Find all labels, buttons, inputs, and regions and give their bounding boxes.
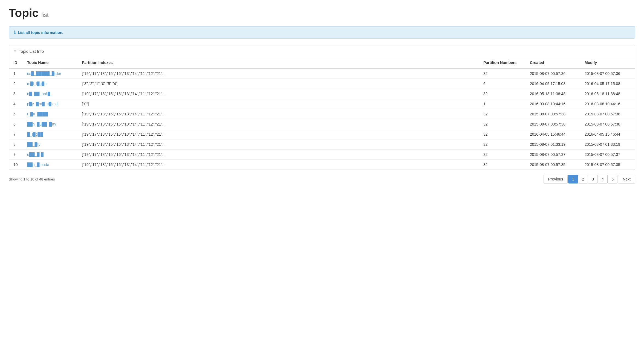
cell-id: 2 [9,79,23,89]
pagination: Previous 12345 Next [544,175,635,183]
pagination-page-1[interactable]: 1 [568,175,578,183]
cell-id: 4 [9,99,23,109]
cell-id: 1 [9,68,23,79]
col-header-modify: Modify [580,57,635,68]
cell-id: 7 [9,129,23,139]
cell-name[interactable]: u██_█r█ [23,150,77,160]
cell-partition-numbers: 1 [479,99,525,109]
cell-modify: 2016-04-05 15:46:44 [580,129,635,139]
cell-created: 2015-08-07 00:57:38 [525,109,580,119]
cell-created: 2015-08-07 01:33:19 [525,139,580,150]
card-header-label: Topic List Info [19,49,44,54]
table-row: 5t_█n_████["19","17","18","15","16","13"… [9,109,635,119]
cell-id: 3 [9,89,23,99]
topic-list-card: ≡ Topic List Info ID Topic Name Partitio… [9,45,635,170]
table-row: 1us█_█████_█rder["19","17","18","15","16… [9,68,635,79]
col-header-partition-numbers: Partition Numbers [479,57,525,68]
cell-modify: 2015-08-07 00:57:38 [580,119,635,129]
cell-id: 5 [9,109,23,119]
cell-modify: 2015-08-07 00:57:35 [580,160,635,170]
pagination-page-5[interactable]: 5 [608,175,617,183]
topic-name-link[interactable]: ██n_█made [27,162,49,167]
table-row: 7█_l█g██["19","17","18","15","16","13","… [9,129,635,139]
cell-name[interactable]: t_█n_████ [23,109,77,119]
info-icon: ℹ [14,30,16,35]
topic-name-link[interactable]: p█y_█nt█_s█s_dl [27,102,58,106]
table-header: ID Topic Name Partition Indexes Partitio… [9,57,635,68]
table-header-row: ID Topic Name Partition Indexes Partitio… [9,57,635,68]
cell-partition-numbers: 6 [479,79,525,89]
topic-name-link[interactable]: █_l█g██ [27,132,43,136]
pagination-page-2[interactable]: 2 [578,175,588,183]
footer-row: Showing 1 to 10 of 48 entries Previous 1… [9,175,635,183]
pagination-previous-button[interactable]: Previous [544,175,568,183]
cell-partition-numbers: 32 [479,160,525,170]
cell-name[interactable]: m█l_l█g█n [23,79,77,89]
cell-created: 2015-08-07 00:57:35 [525,160,580,170]
cell-partition-indexes: ["19","17","18","15","16","13","14","11"… [77,150,479,160]
pagination-page-4[interactable]: 4 [598,175,608,183]
topic-name-link[interactable]: m█l_l█g█n [27,81,47,86]
cell-modify: 2016-05-18 11:38:48 [580,89,635,99]
cell-id: 9 [9,150,23,160]
info-banner-text: List all topic information. [18,30,63,35]
pagination-page-3[interactable]: 3 [588,175,598,183]
pagination-next-button[interactable]: Next [618,175,635,183]
list-icon: ≡ [14,49,16,54]
col-header-created: Created [525,57,580,68]
topic-name-link[interactable]: us█_█████_█rder [27,71,61,76]
table-row: 10██n_█made["19","17","18","15","16","13… [9,160,635,170]
page-header: Topic list [9,7,635,20]
cell-partition-indexes: ["19","17","18","15","16","13","14","11"… [77,109,479,119]
cell-created: 2015-08-07 00:57:36 [525,68,580,79]
cell-partition-numbers: 32 [479,119,525,129]
cell-name[interactable]: ██n_█u██_█rty [23,119,77,129]
page-title-main: Topic [9,7,39,20]
topic-name-link[interactable]: u██_█r█ [27,152,44,157]
cell-partition-numbers: 32 [479,68,525,79]
cell-partition-indexes: ["19","17","18","15","16","13","14","11"… [77,160,479,170]
table-row: 6██n_█u██_█rty["19","17","18","15","16",… [9,119,635,129]
cell-modify: 2015-08-07 00:57:37 [580,150,635,160]
cell-name[interactable]: ██_█ty [23,139,77,150]
cell-name[interactable]: █_l█g██ [23,129,77,139]
topic-name-link[interactable]: n█_██_onli█_ [27,92,53,96]
cell-partition-indexes: ["19","17","18","15","16","13","14","11"… [77,119,479,129]
topic-name-link[interactable]: ██n_█u██_█rty [27,122,56,126]
cell-partition-numbers: 32 [479,129,525,139]
table-row: 4p█y_█nt█_s█s_dl["0"]12016-03-08 10:44:1… [9,99,635,109]
cell-partition-indexes: ["19","17","18","15","16","13","14","11"… [77,68,479,79]
page-title-sub: list [41,11,49,19]
cell-name[interactable]: n█_██_onli█_ [23,89,77,99]
table-body: 1us█_█████_█rder["19","17","18","15","16… [9,68,635,170]
cell-partition-numbers: 32 [479,150,525,160]
cell-id: 6 [9,119,23,129]
card-header: ≡ Topic List Info [9,45,635,57]
cell-created: 2016-03-08 10:44:16 [525,99,580,109]
showing-text: Showing 1 to 10 of 48 entries [9,177,55,181]
topic-name-link[interactable]: ██_█ty [27,142,40,147]
col-header-id: ID [9,57,23,68]
topic-name-link[interactable]: t_█n_████ [27,112,48,116]
cell-name[interactable]: p█y_█nt█_s█s_dl [23,99,77,109]
cell-name[interactable]: ██n_█made [23,160,77,170]
col-header-name: Topic Name [23,57,77,68]
cell-created: 2016-05-18 11:38:48 [525,89,580,99]
cell-created: 2016-04-05 17:15:08 [525,79,580,89]
cell-created: 2015-08-07 00:57:37 [525,150,580,160]
table-row: 8██_█ty["19","17","18","15","16","13","1… [9,139,635,150]
info-banner: ℹ List all topic information. [9,26,635,39]
cell-name[interactable]: us█_█████_█rder [23,68,77,79]
cell-partition-indexes: ["19","17","18","15","16","13","14","11"… [77,129,479,139]
cell-modify: 2015-08-07 00:57:36 [580,68,635,79]
cell-modify: 2015-08-07 00:57:38 [580,109,635,119]
cell-modify: 2015-08-07 01:33:19 [580,139,635,150]
cell-partition-numbers: 32 [479,139,525,150]
table-row: 2m█l_l█g█n["3","2","1","0","5","4"]62016… [9,79,635,89]
table-row: 9u██_█r█["19","17","18","15","16","13","… [9,150,635,160]
cell-modify: 2016-03-08 10:44:16 [580,99,635,109]
cell-partition-indexes: ["3","2","1","0","5","4"] [77,79,479,89]
cell-created: 2016-04-05 15:46:44 [525,129,580,139]
cell-partition-indexes: ["19","17","18","15","16","13","14","11"… [77,139,479,150]
cell-partition-indexes: ["19","17","18","15","16","13","14","11"… [77,89,479,99]
